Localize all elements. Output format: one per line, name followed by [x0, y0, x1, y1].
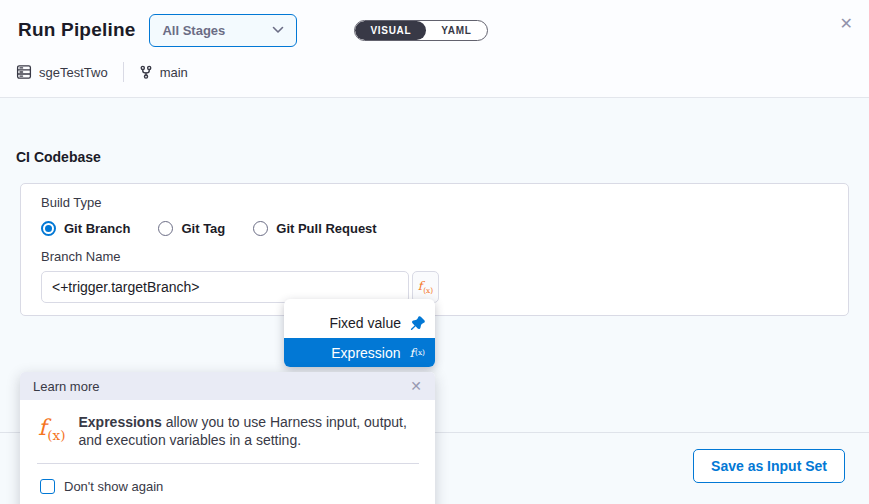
branch-name: main	[160, 65, 188, 80]
branch-name-label: Branch Name	[41, 249, 828, 264]
stage-selector-value: All Stages	[162, 23, 225, 38]
run-pipeline-dialog: Run Pipeline All Stages VISUAL YAML ✕	[0, 0, 869, 504]
save-as-input-set-button[interactable]: Save as Input Set	[693, 449, 845, 483]
build-type-label: Build Type	[41, 195, 828, 210]
fx-icon: f(x)	[410, 347, 425, 359]
toggle-yaml[interactable]: YAML	[426, 21, 486, 40]
divider	[123, 62, 124, 82]
repo-name: sgeTestTwo	[39, 65, 108, 80]
radio-git-tag[interactable]: Git Tag	[158, 221, 225, 236]
menu-item-fixed-value[interactable]: Fixed value	[284, 308, 435, 338]
chevron-down-icon	[272, 26, 284, 34]
radio-button[interactable]	[158, 221, 173, 236]
git-branch-icon	[139, 65, 153, 79]
build-type-radio-group: Git Branch Git Tag Git Pull Request	[41, 221, 828, 236]
stage-selector-dropdown[interactable]: All Stages	[149, 14, 297, 47]
popover-title: Learn more	[33, 379, 99, 394]
pin-icon	[410, 316, 425, 331]
repository-icon	[16, 64, 32, 80]
fx-icon: f(x)	[418, 280, 433, 295]
toggle-visual[interactable]: VISUAL	[355, 21, 426, 40]
dont-show-again-checkbox[interactable]	[40, 479, 55, 494]
popover-description: Expressions allow you to use Harness inp…	[78, 414, 419, 450]
dialog-header: Run Pipeline All Stages VISUAL YAML ✕	[0, 0, 869, 98]
menu-item-expression[interactable]: Expression f(x)	[284, 338, 435, 367]
popover-close-icon[interactable]: ✕	[410, 379, 422, 393]
close-icon[interactable]: ✕	[840, 16, 853, 32]
codebase-card: Build Type Git Branch Git Tag Git Pull R…	[20, 183, 849, 316]
page-title: Run Pipeline	[18, 19, 135, 41]
expression-fx-icon: f(x)	[38, 417, 65, 450]
ci-codebase-title: CI Codebase	[16, 149, 101, 165]
radio-git-branch[interactable]: Git Branch	[41, 221, 130, 236]
view-mode-toggle: VISUAL YAML	[354, 20, 487, 41]
dont-show-again-row[interactable]: Don't show again	[20, 464, 435, 494]
value-type-menu: Fixed value Expression f(x)	[284, 299, 435, 367]
radio-button[interactable]	[253, 221, 268, 236]
radio-git-pull-request[interactable]: Git Pull Request	[253, 221, 376, 236]
learn-more-popover: Learn more ✕ f(x) Expressions allow you …	[20, 372, 435, 504]
radio-button-selected[interactable]	[41, 221, 56, 236]
